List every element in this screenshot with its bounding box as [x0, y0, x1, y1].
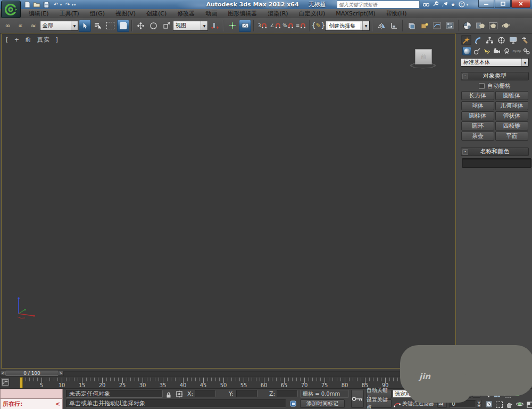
z-coordinate-field[interactable]: [277, 390, 298, 397]
viewcube[interactable]: 前: [406, 49, 440, 72]
next-frame-arrow[interactable]: >: [59, 371, 64, 376]
set-key-mode-button[interactable]: 设置关键点: [366, 399, 392, 408]
viewport-general-menu[interactable]: +: [14, 36, 20, 43]
current-frame-marker[interactable]: [20, 377, 23, 388]
zoom-region-button[interactable]: [496, 400, 503, 409]
primitive-torus-button[interactable]: 圆环: [461, 121, 494, 130]
time-slider-track[interactable]: [0, 371, 457, 376]
named-selection-set-dropdown[interactable]: 创建选择集 ▼: [325, 21, 370, 31]
menu-item-group[interactable]: 组(G): [85, 9, 110, 18]
reference-coordinate-dropdown[interactable]: 视图 ▼: [173, 21, 208, 31]
select-and-scale-button[interactable]: [160, 20, 172, 32]
application-menu-button[interactable]: [1, 1, 21, 18]
maxscript-listener-pane[interactable]: 所在行: <: [0, 399, 63, 409]
select-and-link-button[interactable]: ∞: [2, 20, 14, 32]
layer-manager-button[interactable]: [405, 20, 418, 32]
primitive-geosphere-button[interactable]: 几何球体: [495, 101, 528, 110]
name-color-header[interactable]: - 名称和颜色: [461, 148, 529, 156]
object-type-header[interactable]: - 对象类型: [461, 72, 529, 80]
tab-create[interactable]: [461, 35, 471, 45]
previous-frame-arrow[interactable]: <: [0, 371, 5, 376]
collapse-icon[interactable]: -: [462, 73, 468, 79]
spinner-snap-button[interactable]: ≡: [295, 20, 307, 32]
rectangular-selection-region-button[interactable]: [104, 20, 117, 32]
menu-item-views[interactable]: 视图(V): [110, 9, 141, 18]
mirror-button[interactable]: [375, 20, 387, 32]
use-pivot-center-button[interactable]: [209, 20, 221, 32]
subtab-geometry[interactable]: [462, 47, 471, 55]
menu-item-create[interactable]: 创建(C): [141, 9, 172, 18]
new-file-icon[interactable]: [23, 1, 31, 8]
add-time-tag-button[interactable]: 添加时间标记: [300, 399, 345, 408]
menu-item-edit[interactable]: 编辑(E): [23, 9, 54, 18]
subscription-wrench-icon[interactable]: [433, 1, 438, 8]
menu-item-customize[interactable]: 自定义(U): [294, 9, 331, 18]
tab-hierarchy[interactable]: [485, 35, 495, 45]
save-icon[interactable]: [43, 1, 50, 8]
tab-utilities[interactable]: [520, 35, 530, 45]
keyboard-override-toggle-button[interactable]: [239, 20, 251, 32]
primitive-teapot-button[interactable]: 茶壶: [461, 132, 494, 141]
menu-item-modifiers[interactable]: 修改器: [172, 9, 200, 18]
render-production-button[interactable]: [500, 20, 512, 32]
menu-item-animation[interactable]: 动画: [200, 9, 222, 18]
render-setup-button[interactable]: [474, 20, 486, 32]
object-name-input[interactable]: [462, 158, 531, 168]
orbit-button[interactable]: [516, 400, 523, 409]
primitive-sphere-button[interactable]: 球体: [461, 101, 494, 110]
redo-dropdown-icon[interactable]: ▾: [72, 3, 73, 6]
menu-item-maxscript[interactable]: MAXScript(M): [330, 9, 381, 18]
primitive-cone-button[interactable]: 圆锥体: [495, 91, 528, 100]
select-and-manipulate-button[interactable]: [226, 20, 238, 32]
select-and-move-button[interactable]: [135, 20, 147, 32]
set-keys-button[interactable]: [351, 390, 364, 408]
redo-icon[interactable]: ↷: [64, 1, 71, 8]
communication-center-icon[interactable]: [442, 1, 447, 8]
maximize-viewport-toggle-button[interactable]: [527, 400, 532, 409]
open-file-icon[interactable]: [33, 1, 40, 8]
default-tangent-icon[interactable]: [394, 400, 401, 409]
viewport-shading-menu[interactable]: 真实: [37, 36, 50, 43]
menu-item-help[interactable]: 帮助(H): [381, 9, 412, 18]
undo-dropdown-icon[interactable]: ▾: [60, 3, 62, 6]
undo-icon[interactable]: ↶: [52, 1, 60, 8]
subtab-helpers[interactable]: [502, 47, 511, 55]
subtab-space-warps[interactable]: ≈≈: [512, 47, 521, 55]
y-coordinate-field[interactable]: [236, 390, 257, 397]
minimize-button[interactable]: [478, 0, 494, 8]
snap-toggle-3d-button[interactable]: 3: [256, 20, 269, 32]
graphite-ribbon-toggle-button[interactable]: [418, 20, 430, 32]
listener-scroll-arrow[interactable]: <: [55, 400, 60, 407]
material-editor-button[interactable]: [461, 20, 473, 32]
tab-motion[interactable]: [496, 35, 506, 45]
bind-to-space-warp-button[interactable]: ≈: [27, 20, 39, 32]
angle-snap-button[interactable]: ∠: [269, 20, 281, 32]
help-icon[interactable]: ?: [459, 1, 465, 9]
absolute-mode-icon[interactable]: [176, 390, 183, 400]
pan-hand-button[interactable]: [506, 400, 513, 409]
tab-modify[interactable]: [473, 35, 483, 45]
primitive-pyramid-button[interactable]: 四棱锥: [495, 121, 528, 130]
time-configuration-button[interactable]: [485, 400, 493, 409]
subtab-cameras[interactable]: [492, 47, 501, 55]
frame-spinner-down[interactable]: ▼: [477, 404, 481, 407]
window-crossing-button[interactable]: [117, 20, 129, 32]
subtab-systems[interactable]: [522, 47, 531, 55]
primitive-cylinder-button[interactable]: 圆柱体: [461, 111, 494, 120]
viewport-front[interactable]: [ + 前 真实 ] 前: [1, 34, 456, 369]
edit-named-selection-sets-button[interactable]: {✎}: [312, 20, 325, 32]
subtab-lights[interactable]: [482, 47, 491, 55]
rendered-frame-window-button[interactable]: [487, 20, 499, 32]
primitive-category-dropdown[interactable]: 标准基本体 ▼: [461, 58, 529, 67]
tab-display[interactable]: [508, 35, 518, 45]
select-by-name-button[interactable]: [92, 20, 104, 32]
help-dropdown-icon[interactable]: ▾: [467, 3, 468, 6]
schematic-view-button[interactable]: [444, 20, 456, 32]
select-and-rotate-button[interactable]: [147, 20, 160, 32]
subtab-shapes[interactable]: [472, 47, 481, 55]
viewport-pov-menu[interactable]: 前: [26, 36, 32, 43]
x-coordinate-field[interactable]: [195, 390, 216, 397]
maximize-button[interactable]: [495, 0, 511, 8]
percent-snap-button[interactable]: %: [282, 20, 294, 32]
align-button[interactable]: [388, 20, 400, 32]
